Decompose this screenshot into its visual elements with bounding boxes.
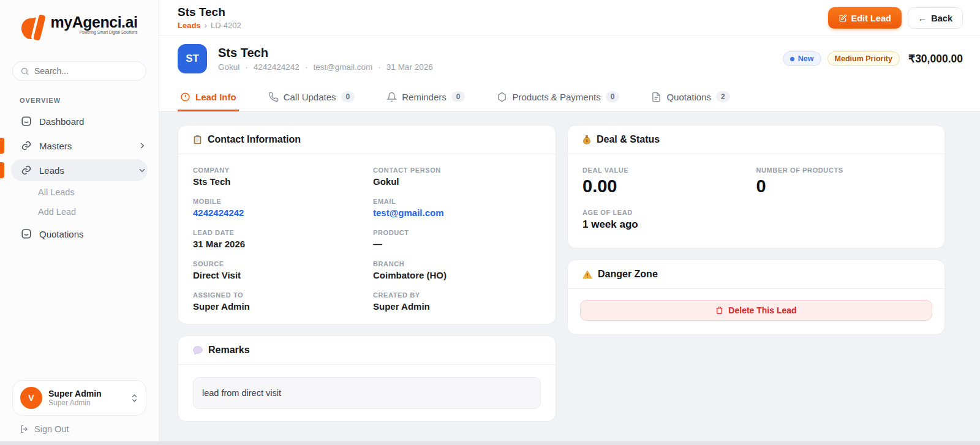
clipboard-icon: [193, 135, 202, 144]
lead-meta: Gokul · 4242424242 · test@gmail.com · 31…: [218, 62, 433, 72]
sidebar-item-quotations[interactable]: Quotations: [0, 222, 159, 246]
brand-tagline: Powering Smart Digital Solutions: [80, 30, 138, 34]
info-circle-icon: [180, 92, 190, 102]
status-dot: [790, 57, 794, 61]
search-icon: [20, 67, 29, 76]
mobile-link[interactable]: 4242424242: [193, 208, 361, 218]
sidebar-item-leads[interactable]: Leads: [0, 158, 159, 182]
arrow-left-icon: ←: [918, 13, 927, 23]
logout-icon: [20, 424, 29, 434]
field-contact-person: CONTACT PERSON Gokul: [373, 166, 541, 187]
link-icon: [21, 165, 32, 176]
package-icon: [497, 92, 507, 102]
search-input[interactable]: [12, 61, 146, 81]
breadcrumb: Leads › LD-4202: [178, 21, 241, 30]
tab-bar: Lead Info Call Updates 0 Reminders 0 Pro…: [159, 83, 980, 112]
search-field[interactable]: [34, 66, 138, 76]
card-title: Danger Zone: [598, 269, 658, 280]
user-profile-card[interactable]: V Super Admin Super Admin: [12, 380, 146, 416]
lead-name: Sts Tech: [218, 46, 433, 60]
bell-icon: [386, 92, 397, 102]
stat-age-of-lead: AGE OF LEAD 1 week ago: [582, 209, 756, 231]
card-title: Remarks: [208, 345, 250, 356]
remarks-text: lead from direct visit: [193, 377, 541, 409]
document-icon: [651, 92, 662, 102]
tab-reminders[interactable]: Reminders 0: [384, 83, 467, 111]
priority-badge: Medium Priority: [827, 51, 900, 66]
field-source: SOURCE Direct Visit: [193, 260, 361, 280]
top-header: Sts Tech Leads › LD-4202 Edit Lead ← Bac…: [159, 0, 980, 36]
stat-deal-value: DEAL VALUE 0.00: [582, 166, 756, 196]
sidebar-item-label: Dashboard: [39, 116, 84, 127]
back-button[interactable]: ← Back: [908, 7, 963, 29]
edit-lead-button[interactable]: Edit Lead: [828, 7, 902, 29]
inbox-icon: [21, 228, 32, 239]
field-assigned-to: ASSIGNED TO Super Admin: [193, 291, 361, 312]
sidebar-section-label: OVERVIEW: [20, 97, 159, 104]
lead-mobile: 4242424242: [254, 62, 300, 72]
lead-contact-person: Gokul: [218, 62, 239, 72]
lead-date: 31 Mar 2026: [386, 62, 433, 72]
active-accent-bar: [0, 138, 4, 154]
avatar: V: [20, 387, 42, 409]
chevron-updown-icon: [130, 394, 138, 403]
tab-products-payments[interactable]: Products & Payments 0: [494, 83, 622, 111]
field-branch: BRANCH Coimbatore (HO): [373, 260, 541, 280]
tab-count-badge: 0: [341, 91, 355, 102]
field-company: COMPANY Sts Tech: [193, 166, 361, 187]
speech-bubble-icon: [193, 346, 203, 355]
trash-icon: [715, 306, 723, 315]
card-title: Deal & Status: [597, 134, 660, 145]
chevron-right-icon: [138, 141, 146, 150]
tab-lead-info[interactable]: Lead Info: [178, 83, 239, 111]
sidebar: myAgenci.ai Powering Smart Digital Solut…: [0, 0, 159, 445]
page-title: Sts Tech: [178, 6, 241, 19]
remarks-card: Remarks lead from direct visit: [178, 335, 556, 422]
brand-logo: myAgenci.ai Powering Smart Digital Solut…: [0, 0, 159, 45]
card-title: Contact Information: [208, 134, 301, 145]
contact-information-card: Contact Information COMPANY Sts Tech CON…: [178, 125, 556, 324]
deal-status-card: $ Deal & Status DEAL VALUE 0.00 NUMBER O…: [567, 125, 945, 249]
sidebar-item-label: Masters: [39, 141, 72, 151]
tab-count-badge: 0: [606, 91, 620, 102]
delete-lead-button[interactable]: Delete This Lead: [580, 300, 932, 321]
edit-pencil-icon: [839, 14, 847, 23]
sidebar-item-label: Quotations: [39, 229, 84, 239]
field-product: PRODUCT —: [373, 229, 541, 249]
lead-hero: ST Sts Tech Gokul · 4242424242 · test@gm…: [159, 36, 980, 83]
active-accent-bar: [0, 162, 4, 178]
profile-name: Super Admin: [48, 389, 102, 398]
lead-email: test@gmail.com: [313, 62, 372, 72]
stat-number-of-products: NUMBER OF PRODUCTS 0: [756, 166, 930, 196]
sidebar-item-masters[interactable]: Masters: [0, 133, 159, 158]
breadcrumb-current: LD-4202: [211, 21, 241, 30]
brand-logo-icon: [21, 13, 48, 42]
field-mobile: MOBILE 4242424242: [193, 198, 361, 218]
profile-role: Super Admin: [48, 398, 102, 407]
sidebar-item-add-lead[interactable]: Add Lead: [0, 202, 159, 222]
field-lead-date: LEAD DATE 31 Mar 2026: [193, 229, 361, 249]
content-area: Contact Information COMPANY Sts Tech CON…: [159, 112, 980, 445]
danger-zone-card: Danger Zone Delete This Lead: [567, 260, 945, 335]
sign-out-button[interactable]: Sign Out: [20, 424, 146, 434]
tab-count-badge: 0: [451, 91, 466, 102]
status-badge: New: [783, 51, 821, 66]
tab-call-updates[interactable]: Call Updates 0: [266, 83, 358, 111]
sign-out-label: Sign Out: [34, 424, 69, 434]
tab-quotations[interactable]: Quotations 2: [649, 83, 732, 111]
breadcrumb-separator: ›: [205, 21, 207, 30]
breadcrumb-parent[interactable]: Leads: [178, 21, 201, 30]
bottom-edge-strip: [0, 441, 980, 445]
brand-name: myAgenci.ai: [51, 13, 138, 31]
inbox-icon: [21, 116, 32, 127]
sidebar-item-all-leads[interactable]: All Leads: [0, 182, 159, 202]
warning-triangle-icon: [582, 270, 592, 279]
chevron-down-icon: [138, 166, 146, 174]
field-created-by: CREATED BY Super Admin: [373, 291, 541, 312]
main-area: Sts Tech Leads › LD-4202 Edit Lead ← Bac…: [159, 0, 980, 445]
sidebar-item-label: Leads: [39, 165, 64, 176]
sidebar-item-dashboard[interactable]: Dashboard: [0, 109, 159, 133]
lead-amount: ₹30,000.00: [908, 53, 963, 65]
money-bag-icon: $: [582, 135, 591, 144]
email-link[interactable]: test@gmail.com: [373, 208, 541, 218]
